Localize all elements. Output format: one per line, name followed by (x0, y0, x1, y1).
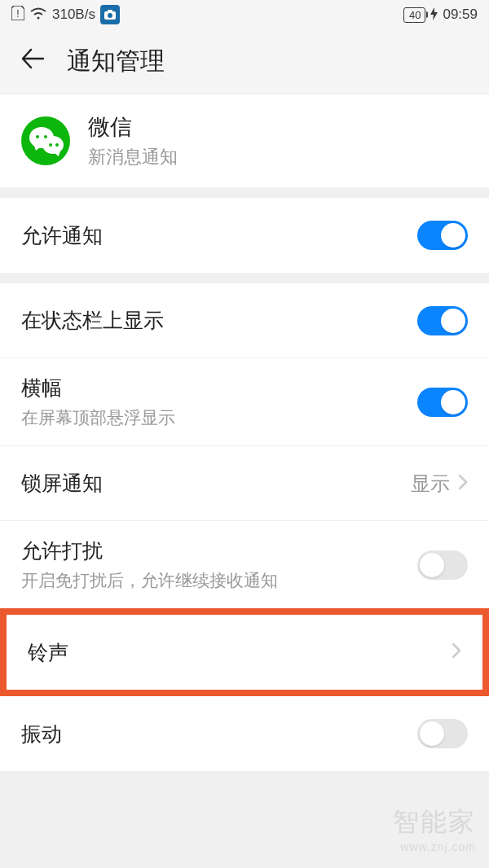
network-speed: 310B/s (52, 7, 95, 23)
watermark: 智能家 www.znj.com (393, 804, 476, 853)
setting-sub: 在屏幕顶部悬浮显示 (21, 406, 175, 429)
back-arrow-icon[interactable] (21, 47, 44, 75)
setting-vibrate[interactable]: 振动 (0, 696, 489, 771)
toggle-status-bar[interactable] (417, 306, 468, 335)
sim-alert-icon: ! (11, 6, 24, 24)
setting-label: 振动 (21, 721, 62, 747)
watermark-main: 智能家 (393, 804, 476, 840)
wechat-icon (21, 116, 70, 165)
setting-label: 允许通知 (21, 222, 103, 249)
camera-app-icon (100, 5, 120, 24)
setting-label: 锁屏通知 (21, 470, 103, 497)
svg-point-2 (108, 13, 112, 18)
setting-label: 横幅 (21, 375, 175, 401)
app-info-row: 微信 新消息通知 (0, 94, 489, 187)
svg-rect-3 (108, 10, 112, 12)
battery-icon: 40 (403, 7, 425, 23)
app-name: 微信 (88, 112, 178, 142)
toggle-vibrate[interactable] (417, 719, 468, 748)
app-text: 微信 新消息通知 (88, 112, 178, 169)
setting-allow-notify[interactable]: 允许通知 (0, 198, 489, 273)
wifi-icon (29, 7, 47, 24)
watermark-sub: www.znj.com (393, 840, 476, 853)
app-subtitle: 新消息通知 (88, 145, 178, 169)
page-title: 通知管理 (67, 45, 165, 78)
setting-label: 铃声 (28, 639, 68, 666)
chevron-right-icon (452, 641, 461, 664)
svg-text:!: ! (16, 8, 19, 20)
status-right: 40 09:59 (403, 7, 478, 23)
setting-label: 在状态栏上显示 (21, 307, 164, 334)
status-bar: ! 310B/s 40 09:59 (0, 0, 489, 29)
setting-banner[interactable]: 横幅 在屏幕顶部悬浮显示 (0, 358, 489, 446)
charging-icon (430, 7, 438, 23)
setting-ringtone[interactable]: 铃声 (7, 615, 482, 690)
clock-time: 09:59 (443, 7, 478, 23)
setting-value: 显示 (411, 471, 450, 497)
header: 通知管理 (0, 29, 489, 93)
toggle-allow-notify[interactable] (417, 221, 468, 250)
setting-sub: 开启免打扰后，允许继续接收通知 (21, 569, 278, 592)
setting-lockscreen[interactable]: 锁屏通知 显示 (0, 446, 489, 521)
setting-status-bar-show[interactable]: 在状态栏上显示 (0, 283, 489, 358)
setting-allow-disturb[interactable]: 允许打扰 开启免打扰后，允许继续接收通知 (0, 521, 489, 608)
chevron-right-icon (458, 472, 468, 495)
toggle-allow-disturb[interactable] (417, 550, 468, 580)
toggle-banner[interactable] (417, 388, 468, 417)
status-left: ! 310B/s (11, 5, 120, 24)
setting-label: 允许打扰 (21, 537, 278, 564)
highlight-box: 铃声 (0, 608, 489, 696)
